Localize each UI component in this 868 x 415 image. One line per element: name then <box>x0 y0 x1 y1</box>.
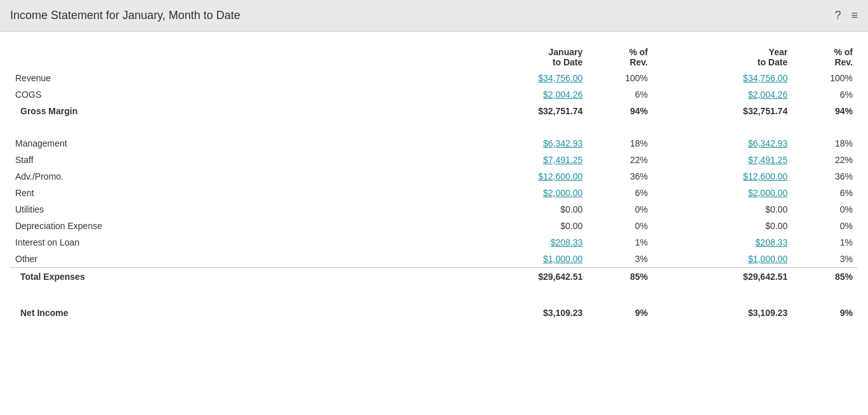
ytd-value: $32,751.74 <box>681 103 792 126</box>
ytd-value[interactable]: $2,000.00 <box>681 185 792 201</box>
ytd-pct: 36% <box>792 168 858 185</box>
main-container: Income Statement for January, Month to D… <box>0 0 868 415</box>
jan-pct: 94% <box>588 103 653 126</box>
header-actions: ? ≡ <box>834 9 858 22</box>
jan-value[interactable]: $6,342.93 <box>476 135 588 152</box>
table-wrapper: January to Date % of Rev. Year to Date %… <box>0 32 868 336</box>
table-row: Depreciation Expense$0.000%$0.000% <box>10 218 858 234</box>
table-header: January to Date % of Rev. Year to Date %… <box>10 44 858 70</box>
jan-value[interactable]: $208.33 <box>476 234 588 251</box>
col-spacer <box>653 268 681 286</box>
col-label <box>10 44 476 70</box>
jan-value: $0.00 <box>476 218 588 234</box>
row-label: COGS <box>10 86 476 103</box>
ytd-value: $29,642.51 <box>681 268 792 286</box>
jan-pct: 100% <box>588 70 653 86</box>
jan-value[interactable]: $1,000.00 <box>476 251 588 268</box>
ytd-pct: 18% <box>792 135 858 152</box>
col-spacer <box>653 185 681 201</box>
jan-value: $0.00 <box>476 201 588 218</box>
ytd-value[interactable]: $2,004.26 <box>681 86 792 103</box>
col-ytd-pct: % of Rev. <box>792 44 858 70</box>
jan-value[interactable]: $2,004.26 <box>476 86 588 103</box>
jan-pct: 0% <box>588 218 653 234</box>
jan-pct: 1% <box>588 234 653 251</box>
ytd-value[interactable]: $34,756.00 <box>681 70 792 86</box>
jan-value[interactable]: $2,000.00 <box>476 185 588 201</box>
col-spacer <box>653 201 681 218</box>
table-row: Staff$7,491.2522%$7,491.2522% <box>10 152 858 168</box>
table-row: Utilities$0.000%$0.000% <box>10 201 858 218</box>
ytd-pct: 9% <box>792 298 858 323</box>
jan-pct: 6% <box>588 86 653 103</box>
ytd-value: $0.00 <box>681 218 792 234</box>
col-spacer <box>653 135 681 152</box>
ytd-value[interactable]: $1,000.00 <box>681 251 792 268</box>
col-spacer <box>653 152 681 168</box>
ytd-value[interactable]: $6,342.93 <box>681 135 792 152</box>
help-icon[interactable]: ? <box>834 9 841 22</box>
row-label: Other <box>10 251 476 268</box>
ytd-pct: 22% <box>792 152 858 168</box>
jan-pct: 22% <box>588 152 653 168</box>
jan-value: $3,109.23 <box>476 298 588 323</box>
table-row: Management$6,342.9318%$6,342.9318% <box>10 135 858 152</box>
row-label: Utilities <box>10 201 476 218</box>
row-label: Net Income <box>10 298 476 323</box>
col-spacer <box>653 234 681 251</box>
ytd-pct: 0% <box>792 218 858 234</box>
col-spacer <box>653 168 681 185</box>
table-row: Revenue$34,756.00100%$34,756.00100% <box>10 70 858 86</box>
jan-value: $29,642.51 <box>476 268 588 286</box>
col-spacer <box>653 44 681 70</box>
table-body: Revenue$34,756.00100%$34,756.00100%COGS$… <box>10 70 858 323</box>
jan-value[interactable]: $34,756.00 <box>476 70 588 86</box>
report-header: Income Statement for January, Month to D… <box>0 0 868 32</box>
col-spacer <box>653 251 681 268</box>
ytd-pct: 0% <box>792 201 858 218</box>
row-label: Revenue <box>10 70 476 86</box>
col-spacer <box>653 103 681 126</box>
menu-icon[interactable]: ≡ <box>851 9 858 22</box>
jan-pct: 85% <box>588 268 653 286</box>
row-label: Gross Margin <box>10 103 476 126</box>
income-statement-table: January to Date % of Rev. Year to Date %… <box>10 44 858 323</box>
jan-pct: 3% <box>588 251 653 268</box>
table-row: Total Expenses$29,642.5185%$29,642.5185% <box>10 268 858 286</box>
ytd-value[interactable]: $7,491.25 <box>681 152 792 168</box>
jan-pct: 18% <box>588 135 653 152</box>
table-row: Adv./Promo.$12,600.0036%$12,600.0036% <box>10 168 858 185</box>
table-row: Gross Margin$32,751.7494%$32,751.7494% <box>10 103 858 126</box>
row-label: Staff <box>10 152 476 168</box>
ytd-pct: 6% <box>792 185 858 201</box>
report-title: Income Statement for January, Month to D… <box>10 9 240 22</box>
jan-pct: 6% <box>588 185 653 201</box>
ytd-pct: 6% <box>792 86 858 103</box>
table-row: Interest on Loan$208.331%$208.331% <box>10 234 858 251</box>
row-label: Depreciation Expense <box>10 218 476 234</box>
jan-value: $32,751.74 <box>476 103 588 126</box>
ytd-pct: 100% <box>792 70 858 86</box>
col-ytd: Year to Date <box>681 44 792 70</box>
jan-pct: 36% <box>588 168 653 185</box>
row-label: Total Expenses <box>10 268 476 286</box>
jan-pct: 9% <box>588 298 653 323</box>
col-jan-pct: % of Rev. <box>588 44 653 70</box>
table-row: Rent$2,000.006%$2,000.006% <box>10 185 858 201</box>
ytd-pct: 94% <box>792 103 858 126</box>
col-spacer <box>653 298 681 323</box>
jan-value[interactable]: $12,600.00 <box>476 168 588 185</box>
ytd-pct: 1% <box>792 234 858 251</box>
table-row: COGS$2,004.266%$2,004.266% <box>10 86 858 103</box>
col-jan-to-date: January to Date <box>476 44 588 70</box>
ytd-pct: 3% <box>792 251 858 268</box>
col-spacer <box>653 70 681 86</box>
row-label: Interest on Loan <box>10 234 476 251</box>
jan-pct: 0% <box>588 201 653 218</box>
ytd-value: $3,109.23 <box>681 298 792 323</box>
row-label: Adv./Promo. <box>10 168 476 185</box>
jan-value[interactable]: $7,491.25 <box>476 152 588 168</box>
ytd-value[interactable]: $12,600.00 <box>681 168 792 185</box>
ytd-value: $0.00 <box>681 201 792 218</box>
ytd-value[interactable]: $208.33 <box>681 234 792 251</box>
